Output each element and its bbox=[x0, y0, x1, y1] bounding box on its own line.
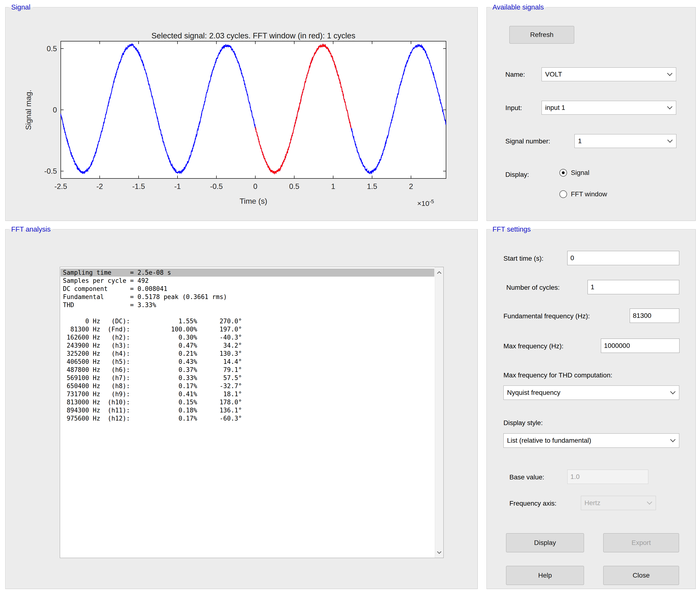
fft-analysis-line[interactable]: 162600 Hz (h2): 0.30% -40.3° bbox=[61, 333, 434, 341]
radio-display-signal-label: Signal bbox=[571, 169, 590, 176]
x-tick-label: -0.5 bbox=[210, 182, 223, 191]
available-signals-group: Available signals Refresh Name: VOLT Inp… bbox=[487, 7, 696, 221]
chevron-down-icon[interactable] bbox=[667, 434, 679, 448]
fft-analysis-line[interactable]: 894300 Hz (h11): 0.18% 136.1° bbox=[61, 406, 434, 414]
fft-analysis-line[interactable]: 650400 Hz (h8): 0.17% -32.7° bbox=[61, 382, 434, 390]
help-button[interactable]: Help bbox=[506, 566, 584, 585]
name-select-value: VOLT bbox=[545, 70, 562, 78]
x-tick-label: -2.5 bbox=[54, 182, 67, 191]
fft-analysis-line[interactable]: 243900 Hz (h3): 0.47% 34.2° bbox=[61, 341, 434, 350]
display-style-select[interactable]: List (relative to fundamental) bbox=[503, 433, 679, 448]
frequency-axis-label: Frequency axis: bbox=[509, 500, 557, 507]
fft-analysis-line[interactable]: 0 Hz (DC): 1.55% 270.0° bbox=[61, 317, 434, 325]
display-button[interactable]: Display bbox=[506, 533, 584, 552]
x-tick-label: 0.5 bbox=[289, 182, 299, 191]
x-tick-label: -1 bbox=[174, 182, 181, 191]
frequency-axis-value: Hertz bbox=[585, 499, 600, 507]
start-time-input[interactable] bbox=[567, 251, 679, 265]
radio-display-signal[interactable]: Signal bbox=[560, 169, 590, 176]
number-of-cycles-input[interactable] bbox=[588, 280, 679, 294]
signal-plot: -2.5-2-1.5-1-0.500.511.520.50-0.5 bbox=[61, 41, 446, 178]
fft-analysis-line[interactable]: Samples per cycle = 492 bbox=[61, 277, 434, 285]
signal-group: Signal Selected signal: 2.03 cycles. FFT… bbox=[5, 7, 478, 221]
y-tick-label: -0.5 bbox=[44, 167, 57, 175]
chevron-down-icon[interactable] bbox=[667, 386, 679, 400]
close-button[interactable]: Close bbox=[603, 566, 679, 585]
radio-display-fft-window-label: FFT window bbox=[571, 190, 607, 198]
fundamental-frequency-label: Fundamental frequency (Hz): bbox=[503, 312, 590, 320]
input-select[interactable]: input 1 bbox=[541, 101, 676, 114]
fft-analysis-line[interactable]: 81300 Hz (Fnd): 100.00% 197.0° bbox=[61, 325, 434, 333]
fft-analysis-line[interactable] bbox=[61, 309, 434, 317]
fft-analysis-line[interactable]: 813000 Hz (h10): 0.15% 178.0° bbox=[61, 398, 434, 406]
fundamental-frequency-input[interactable] bbox=[630, 308, 679, 323]
fft-analysis-line[interactable]: 406500 Hz (h5): 0.43% 14.4° bbox=[61, 358, 434, 366]
plot-xlabel: Time (s) bbox=[61, 197, 446, 206]
chevron-down-icon[interactable] bbox=[664, 68, 676, 81]
frequency-axis-select: Hertz bbox=[581, 496, 656, 510]
fft-analysis-line[interactable]: 325200 Hz (h4): 0.21% 130.3° bbox=[61, 350, 434, 358]
plot-x-multiplier: ×10-5 bbox=[417, 198, 434, 207]
refresh-button[interactable]: Refresh bbox=[509, 26, 574, 43]
max-frequency-input[interactable] bbox=[601, 338, 679, 353]
display-style-label: Display style: bbox=[503, 419, 543, 427]
signal-number-select-value: 1 bbox=[578, 137, 582, 145]
chevron-down-icon bbox=[643, 496, 656, 510]
display-label: Display: bbox=[505, 171, 529, 178]
fft-analysis-line[interactable]: DC component = 0.008041 bbox=[61, 285, 434, 293]
fft-analysis-line[interactable]: 731700 Hz (h9): 0.41% 18.1° bbox=[61, 390, 434, 398]
max-frequency-label: Max frequency (Hz): bbox=[503, 342, 564, 350]
x-tick-label: 0 bbox=[253, 182, 257, 191]
fft-analysis-line[interactable]: 569100 Hz (h7): 0.33% 57.5° bbox=[61, 374, 434, 382]
display-style-value: List (relative to fundamental) bbox=[507, 437, 591, 444]
x-tick-label: -1.5 bbox=[132, 182, 145, 191]
number-of-cycles-label: Number of cycles: bbox=[506, 284, 560, 291]
radio-selected-icon[interactable] bbox=[560, 169, 567, 176]
base-value-input bbox=[567, 470, 648, 484]
x-multiplier-base: ×10 bbox=[417, 199, 429, 207]
fft-analysis-legend: FFT analysis bbox=[9, 225, 53, 234]
base-value-label: Base value: bbox=[509, 473, 544, 481]
fft-analysis-line[interactable]: 487800 Hz (h6): 0.37% 79.1° bbox=[61, 366, 434, 374]
start-time-label: Start time (s): bbox=[503, 255, 543, 262]
fft-analysis-scrollbar[interactable] bbox=[435, 267, 443, 558]
fft-analysis-line[interactable]: Sampling time = 2.5e-08 s bbox=[61, 268, 434, 277]
radio-display-fft-window[interactable]: FFT window bbox=[560, 190, 607, 198]
fft-analysis-line[interactable]: THD = 3.33% bbox=[61, 301, 434, 309]
scroll-down-icon[interactable] bbox=[435, 547, 443, 558]
available-signals-legend: Available signals bbox=[490, 2, 546, 12]
fft-analysis-line[interactable]: 975600 Hz (h12): 0.17% -60.3° bbox=[61, 414, 434, 423]
fft-settings-group: FFT settings Start time (s): Number of c… bbox=[487, 229, 696, 589]
plot-ylabel: Signal mag. bbox=[24, 41, 33, 178]
y-tick-label: 0 bbox=[53, 106, 57, 114]
chevron-down-icon[interactable] bbox=[664, 134, 676, 148]
x-tick-label: 2 bbox=[409, 182, 413, 191]
name-select[interactable]: VOLT bbox=[541, 67, 676, 81]
fft-analysis-line[interactable]: Fundamental = 0.5178 peak (0.3661 rms) bbox=[61, 293, 434, 301]
max-frequency-thd-select[interactable]: Nyquist frequency bbox=[503, 386, 679, 400]
signal-number-label: Signal number: bbox=[505, 137, 550, 145]
plot-title: Selected signal: 2.03 cycles. FFT window… bbox=[61, 31, 446, 40]
x-tick-label: -2 bbox=[97, 182, 103, 191]
input-label: Input: bbox=[505, 104, 522, 112]
fft-analysis-textbox[interactable]: Sampling time = 2.5e-08 sSamples per cyc… bbox=[60, 267, 444, 558]
plot-axes-box bbox=[61, 41, 446, 178]
name-label: Name: bbox=[505, 71, 525, 78]
fft-analysis-group: FFT analysis Sampling time = 2.5e-08 sSa… bbox=[5, 229, 478, 589]
fft-analysis-text: Sampling time = 2.5e-08 sSamples per cyc… bbox=[61, 268, 434, 423]
x-tick-label: 1 bbox=[331, 182, 335, 191]
signal-number-select[interactable]: 1 bbox=[574, 134, 676, 148]
scroll-up-icon[interactable] bbox=[435, 267, 443, 278]
signal-group-legend: Signal bbox=[9, 2, 33, 12]
export-button: Export bbox=[603, 533, 679, 552]
chevron-down-icon[interactable] bbox=[664, 101, 676, 114]
max-frequency-thd-value: Nyquist frequency bbox=[507, 389, 560, 396]
x-tick-label: 1.5 bbox=[367, 182, 377, 191]
radio-unselected-icon[interactable] bbox=[560, 190, 567, 198]
y-tick-label: 0.5 bbox=[47, 44, 57, 53]
max-frequency-thd-label: Max frequency for THD computation: bbox=[503, 371, 612, 379]
x-multiplier-exponent: -5 bbox=[429, 198, 434, 204]
fft-settings-legend: FFT settings bbox=[490, 225, 533, 234]
input-select-value: input 1 bbox=[545, 104, 565, 111]
